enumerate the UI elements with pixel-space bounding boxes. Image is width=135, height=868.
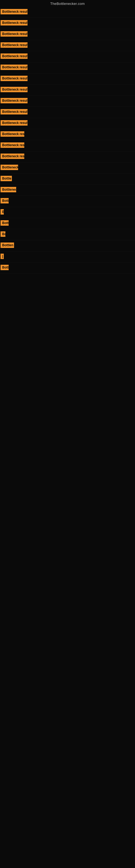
bottleneck-badge: Bott	[1, 198, 9, 204]
bottleneck-badge: Bottleneck resu	[1, 154, 24, 159]
bottleneck-badge: Bottleneck resu	[1, 143, 24, 148]
list-item: |	[0, 251, 135, 262]
bottleneck-badge: Bottleneck result	[1, 76, 28, 81]
list-item: Bottleneck resu	[0, 151, 135, 162]
bottleneck-badge: Bottleneck result	[1, 109, 28, 115]
list-item: Bott	[0, 196, 135, 207]
list-item: Bottle	[0, 174, 135, 185]
bottleneck-badge: Bottleneck result	[1, 87, 28, 92]
list-item: Bottleneck result	[0, 29, 135, 40]
list-item: Bottleneck result	[0, 40, 135, 51]
bottleneck-badge: Bottleneck result	[1, 98, 28, 103]
bottleneck-badge: B	[1, 209, 4, 215]
list-item: Bottleneck result	[0, 73, 135, 85]
list-item: Bottleneck result	[0, 118, 135, 129]
bottleneck-badge: Bottleneck result	[1, 65, 28, 70]
rows-container: Bottleneck resultBottleneck resultBottle…	[0, 7, 135, 274]
list-item: Bottleneck result	[0, 85, 135, 96]
bottleneck-badge: Bottleneck result	[1, 120, 28, 126]
bottleneck-badge: Bottleneck result	[1, 42, 28, 48]
list-item: Bottleneck	[0, 162, 135, 174]
list-item: Bottleneck result	[0, 107, 135, 118]
site-title: TheBottlenecker.com	[0, 0, 135, 7]
list-item: Bott	[0, 262, 135, 274]
list-item: Bottleneck result	[0, 62, 135, 73]
bottleneck-badge: Bo	[1, 231, 5, 237]
bottleneck-badge: Bottlenec	[1, 187, 16, 192]
list-item: Bott	[0, 218, 135, 229]
list-item: Bottlen	[0, 240, 135, 251]
list-item: Bottleneck result	[0, 51, 135, 62]
bottleneck-badge: Bottleneck result	[1, 31, 28, 37]
list-item: Bottleneck result	[0, 18, 135, 29]
bottleneck-badge: Bottleneck	[1, 165, 18, 170]
list-item: Bottlenec	[0, 185, 135, 196]
bottleneck-badge: Bottle	[1, 176, 12, 181]
list-item: Bottleneck resu	[0, 129, 135, 140]
list-item: Bottleneck result	[0, 7, 135, 18]
list-item: B	[0, 207, 135, 218]
bottleneck-badge: Bottleneck result	[1, 54, 28, 59]
bottleneck-badge: Bottleneck result	[1, 9, 28, 14]
bottleneck-badge: Bottleneck result	[1, 20, 28, 26]
bottleneck-badge: |	[1, 254, 4, 259]
bottleneck-badge: Bottleneck resu	[1, 131, 24, 137]
list-item: Bottleneck result	[0, 96, 135, 107]
bottleneck-badge: Bott	[1, 265, 9, 270]
bottleneck-badge: Bott	[1, 220, 9, 226]
list-item: Bo	[0, 229, 135, 240]
list-item: Bottleneck resu	[0, 140, 135, 151]
bottleneck-badge: Bottlen	[1, 243, 14, 248]
